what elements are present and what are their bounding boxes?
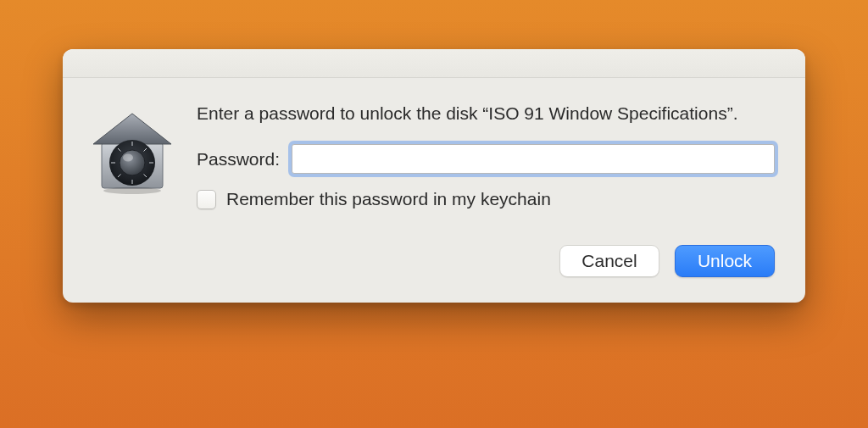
svg-marker-1 <box>93 114 171 144</box>
dialog-icon-wrap <box>86 102 178 277</box>
unlock-button[interactable]: Unlock <box>675 245 775 277</box>
dialog-button-row: Cancel Unlock <box>197 245 775 277</box>
remember-label: Remember this password in my keychain <box>226 189 551 209</box>
svg-point-12 <box>123 154 133 162</box>
filevault-house-lock-icon <box>86 107 178 198</box>
unlock-disk-dialog: Enter a password to unlock the disk “ISO… <box>63 49 805 303</box>
desktop-background: Enter a password to unlock the disk “ISO… <box>0 0 868 428</box>
remember-row: Remember this password in my keychain <box>197 189 775 209</box>
dialog-titlebar <box>63 49 805 78</box>
svg-point-11 <box>120 150 145 175</box>
dialog-body: Enter a password to unlock the disk “ISO… <box>197 102 775 277</box>
dialog-content: Enter a password to unlock the disk “ISO… <box>63 78 805 303</box>
password-input[interactable] <box>292 144 775 174</box>
svg-point-13 <box>103 187 161 194</box>
dialog-prompt-text: Enter a password to unlock the disk “ISO… <box>197 102 775 125</box>
password-row: Password: <box>197 144 775 174</box>
password-label: Password: <box>197 149 280 170</box>
cancel-button[interactable]: Cancel <box>559 245 659 277</box>
remember-checkbox[interactable] <box>197 190 216 209</box>
